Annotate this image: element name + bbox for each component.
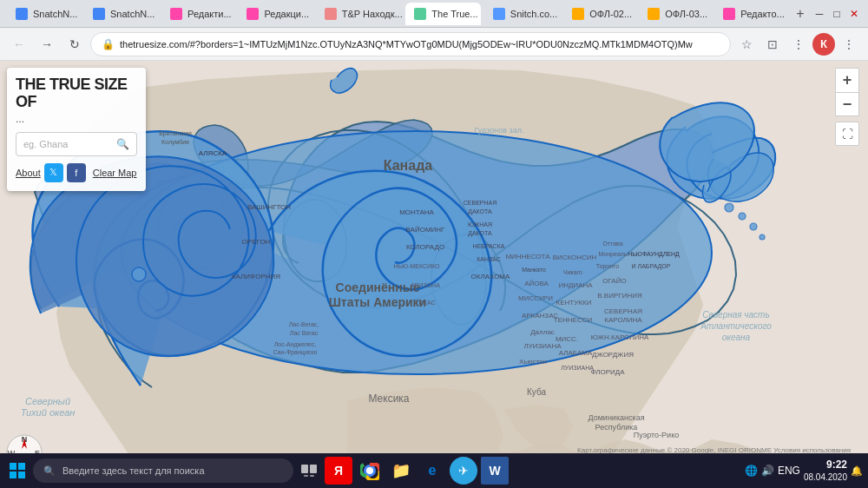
- task-view-button[interactable]: [297, 458, 321, 483]
- url-text: thetruesize.com/#?borders=1~IMTUzMjM1Nzc…: [120, 39, 693, 49]
- app-subtitle: ...: [16, 113, 137, 125]
- back-button[interactable]: ←: [7, 32, 31, 56]
- tab-7[interactable]: Snitch.co... ×: [484, 3, 560, 25]
- tab-label-4: Редакци...: [264, 9, 309, 19]
- toolbar-actions: ☆ ⊡ ⋮ К ⋮: [734, 32, 861, 56]
- svg-text:Оттава: Оттава: [602, 241, 622, 247]
- tab-label-3: Редакти...: [187, 9, 232, 19]
- windows-start-button[interactable]: [5, 458, 30, 483]
- map-container[interactable]: Канада Соединённые Штаты Америки Мексика…: [0, 61, 868, 453]
- svg-text:Лас Вегас: Лас Вегас: [290, 330, 319, 336]
- tab-1[interactable]: SnatchN... ×: [7, 3, 81, 25]
- svg-text:Торонто: Торонто: [596, 263, 619, 270]
- telegram-icon[interactable]: ✈: [450, 457, 477, 485]
- svg-text:ЛУИЗИАНА: ЛУИЗИАНА: [523, 342, 562, 350]
- tab-9[interactable]: ОФЛ-03... ×: [639, 3, 711, 25]
- tab-8[interactable]: ОФЛ-02... ×: [563, 3, 635, 25]
- address-bar[interactable]: 🔒 thetruesize.com/#?borders=1~IMTUzMjM1N…: [90, 32, 731, 56]
- svg-text:ВАЙОМИНГ: ВАЙОМИНГ: [406, 226, 446, 234]
- forward-button[interactable]: →: [35, 32, 59, 56]
- svg-text:Соединённые: Соединённые: [336, 280, 420, 294]
- cast-button[interactable]: ⊡: [760, 32, 785, 56]
- ie-icon[interactable]: e: [418, 457, 446, 485]
- tab-label-2: SnatchN...: [110, 9, 155, 19]
- yandex-browser-icon[interactable]: Я: [325, 457, 352, 485]
- svg-rect-87: [18, 463, 25, 470]
- svg-text:СЕВЕРНАЯ: СЕВЕРНАЯ: [464, 200, 497, 206]
- clock: 9:22 08.04.2020: [804, 458, 847, 484]
- volume-icon: 🔊: [761, 465, 774, 477]
- svg-text:ТЕННЕССИ: ТЕННЕССИ: [554, 316, 593, 324]
- svg-text:Доминиканская: Доминиканская: [588, 413, 644, 422]
- chrome-icon[interactable]: [356, 457, 384, 485]
- svg-rect-91: [310, 465, 317, 473]
- tab-label-7: Snitch.co...: [510, 9, 557, 19]
- system-tray: 🌐 🔊 ENG 9:22 08.04.2020 🔔: [745, 458, 863, 484]
- zoom-in-button[interactable]: +: [835, 68, 859, 92]
- svg-text:Британская: Британская: [159, 130, 192, 137]
- tab-favicon-2: [93, 8, 105, 20]
- svg-text:КОЛОРАДО: КОЛОРАДО: [406, 243, 444, 251]
- search-placeholder-text: eg. Ghana: [23, 139, 68, 149]
- facebook-button[interactable]: f: [67, 163, 86, 182]
- minimize-button[interactable]: ─: [812, 7, 826, 21]
- taskbar: 🔍 Введите здесь текст для поиска Я: [0, 453, 868, 488]
- tab-label-10: Редакто...: [740, 9, 784, 19]
- tab-3[interactable]: Редакти... ×: [161, 3, 234, 25]
- extensions-button[interactable]: ⋮: [786, 32, 811, 56]
- language-indicator: ENG: [778, 465, 800, 477]
- svg-text:океана: океана: [722, 333, 751, 342]
- tab-10[interactable]: Редакто... ×: [714, 3, 787, 25]
- tab-favicon-9: [648, 8, 660, 20]
- search-icon: 🔍: [116, 138, 129, 150]
- svg-point-5: [750, 223, 757, 230]
- svg-point-7: [132, 267, 146, 281]
- svg-text:ДАКОТА: ДАКОТА: [468, 230, 492, 237]
- svg-text:ФЛОРИДА: ФЛОРИДА: [590, 368, 625, 376]
- refresh-button[interactable]: ↻: [62, 32, 87, 56]
- svg-text:КАЛИФОРНИЯ: КАЛИФОРНИЯ: [232, 273, 280, 280]
- svg-text:ВИСКОНСИН: ВИСКОНСИН: [553, 254, 597, 261]
- close-button[interactable]: ✕: [847, 7, 861, 21]
- svg-rect-93: [310, 475, 314, 477]
- files-icon[interactable]: 📁: [387, 457, 415, 485]
- tab-2[interactable]: SnatchN... ×: [84, 3, 158, 25]
- bookmark-button[interactable]: ☆: [734, 32, 759, 56]
- about-link[interactable]: About: [16, 168, 41, 178]
- svg-text:ЮЖН.КАРОЛИНА: ЮЖН.КАРОЛИНА: [591, 333, 649, 341]
- svg-point-4: [739, 213, 746, 220]
- tab-favicon-5: [325, 8, 337, 20]
- tab-6[interactable]: The True... ×: [405, 3, 480, 25]
- svg-text:Северная часть: Северная часть: [702, 310, 769, 320]
- word-icon[interactable]: W: [481, 457, 509, 485]
- svg-text:Штаты Америки: Штаты Америки: [329, 295, 426, 309]
- svg-text:Монреаль: Монреаль: [598, 251, 627, 258]
- svg-text:Канада: Канада: [384, 158, 433, 173]
- svg-text:КАРОЛИНА: КАРОЛИНА: [604, 316, 642, 324]
- tab-4[interactable]: Редакци... ×: [238, 3, 312, 25]
- tab-favicon-6: [414, 8, 426, 20]
- profile-button[interactable]: К: [812, 33, 835, 56]
- country-search-box[interactable]: eg. Ghana 🔍: [16, 132, 137, 156]
- zoom-out-button[interactable]: −: [835, 92, 859, 116]
- date-display: 08.04.2020: [804, 472, 847, 483]
- menu-button[interactable]: ⋮: [837, 32, 861, 56]
- svg-text:МИССУРИ: МИССУРИ: [518, 294, 553, 302]
- twitter-button[interactable]: 𝕏: [44, 163, 63, 182]
- overlay-panel: THE TRUE SIZE OF ... eg. Ghana 🔍 About 𝕏…: [7, 68, 146, 191]
- svg-text:Гудзонов зал.: Гудзонов зал.: [475, 126, 524, 135]
- notifications-button[interactable]: 🔔: [851, 465, 863, 477]
- svg-text:ДАКОТА: ДАКОТА: [468, 208, 492, 215]
- new-tab-button[interactable]: +: [792, 3, 809, 25]
- sys-icons: 🌐 🔊 ENG: [745, 465, 800, 477]
- svg-text:ТЕХАС: ТЕХАС: [415, 300, 435, 306]
- svg-text:АЙОВА: АЙОВА: [524, 280, 549, 287]
- svg-text:СЕВЕРНАЯ: СЕВЕРНАЯ: [604, 307, 642, 315]
- maximize-button[interactable]: □: [830, 7, 844, 21]
- svg-text:Манкато: Манкато: [522, 267, 546, 273]
- fullscreen-button[interactable]: ⛶: [835, 122, 859, 146]
- tab-5[interactable]: T&P Находк... ×: [316, 3, 403, 25]
- clear-map-button[interactable]: Clear Map: [93, 168, 137, 178]
- taskbar-search-box[interactable]: 🔍 Введите здесь текст для поиска: [33, 458, 293, 483]
- svg-text:Сан-Франциско: Сан-Франциско: [273, 349, 318, 356]
